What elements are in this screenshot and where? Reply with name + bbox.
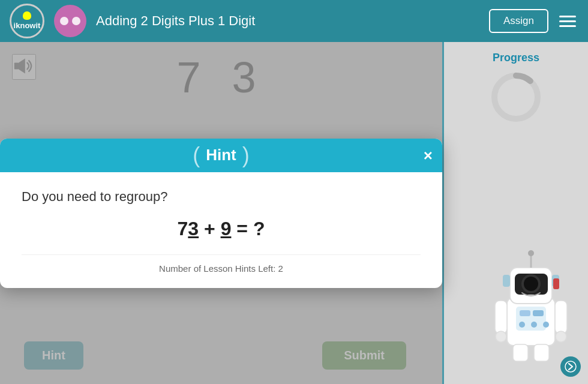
robot-character <box>486 244 582 366</box>
hint-equation-plus: + <box>204 218 221 239</box>
hamburger-line-3 <box>559 25 576 27</box>
svg-point-26 <box>565 361 576 372</box>
app-header: iknowit Adding 2 Digits Plus 1 Digit Ass… <box>0 0 588 42</box>
svg-point-18 <box>543 322 549 328</box>
hint-bracket-left: ( <box>193 145 200 166</box>
content-area: 7 3 Hint Submit ( Hint ) × Do y <box>0 42 444 384</box>
nav-arrow-icon <box>565 361 577 373</box>
sidebar: Progress <box>444 42 588 384</box>
robot-svg <box>486 244 582 364</box>
svg-point-21 <box>496 331 506 342</box>
hamburger-line-2 <box>559 20 576 22</box>
svg-rect-15 <box>533 310 544 316</box>
svg-point-17 <box>531 322 537 328</box>
hint-underline-9: 9 <box>221 218 232 239</box>
hamburger-menu-button[interactable] <box>557 13 578 29</box>
svg-rect-23 <box>513 344 528 361</box>
hint-modal-body: Do you need to regroup? 73 + 9 = ? Numbe… <box>0 172 442 288</box>
hint-modal-header: ( Hint ) × <box>0 139 442 172</box>
lesson-title: Adding 2 Digits Plus 1 Digit <box>96 13 489 29</box>
progress-label: Progress <box>493 52 539 64</box>
logo: iknowit <box>10 4 44 38</box>
hint-modal-title-wrapper: ( Hint ) <box>193 145 250 166</box>
svg-rect-14 <box>520 310 530 316</box>
svg-rect-20 <box>555 301 567 334</box>
svg-rect-11 <box>503 275 510 287</box>
avatar-dot-2 <box>72 17 80 25</box>
svg-point-22 <box>556 331 566 342</box>
svg-point-7 <box>528 250 534 256</box>
hint-footer: Number of Lesson Hints Left: 2 <box>22 254 421 274</box>
hamburger-line-1 <box>559 16 576 17</box>
hint-equation: 73 + 9 = ? <box>22 218 421 240</box>
hint-close-button[interactable]: × <box>424 148 433 163</box>
svg-point-10 <box>524 277 538 291</box>
svg-rect-25 <box>553 278 559 289</box>
hint-equation-9: 9 <box>221 218 232 239</box>
avatar-dots <box>60 17 80 25</box>
progress-ring-svg <box>489 70 543 124</box>
modal-overlay: ( Hint ) × Do you need to regroup? 73 + … <box>0 42 442 384</box>
logo-text: iknowit <box>14 21 41 31</box>
avatar-dot-1 <box>60 17 68 25</box>
hint-bracket-right: ) <box>242 145 250 166</box>
logo-bulb-icon <box>23 11 31 20</box>
hints-left-text: Number of Lesson Hints Left: 2 <box>159 263 283 274</box>
progress-ring <box>489 70 543 124</box>
svg-rect-19 <box>495 301 507 334</box>
svg-rect-24 <box>534 344 549 361</box>
hint-question-text: Do you need to regroup? <box>22 189 421 205</box>
nav-arrow-button[interactable] <box>560 356 581 377</box>
main-area: 7 3 Hint Submit ( Hint ) × Do y <box>0 42 588 384</box>
hint-equation-equals: = ? <box>236 218 265 239</box>
assign-button[interactable]: Assign <box>489 9 548 33</box>
svg-point-16 <box>519 322 525 328</box>
avatar <box>54 5 86 37</box>
hint-modal-title: Hint <box>200 146 242 164</box>
hint-underline-3: 3 <box>188 218 199 239</box>
hint-modal: ( Hint ) × Do you need to regroup? 73 + … <box>0 139 442 288</box>
hint-equation-73: 73 <box>178 218 199 239</box>
